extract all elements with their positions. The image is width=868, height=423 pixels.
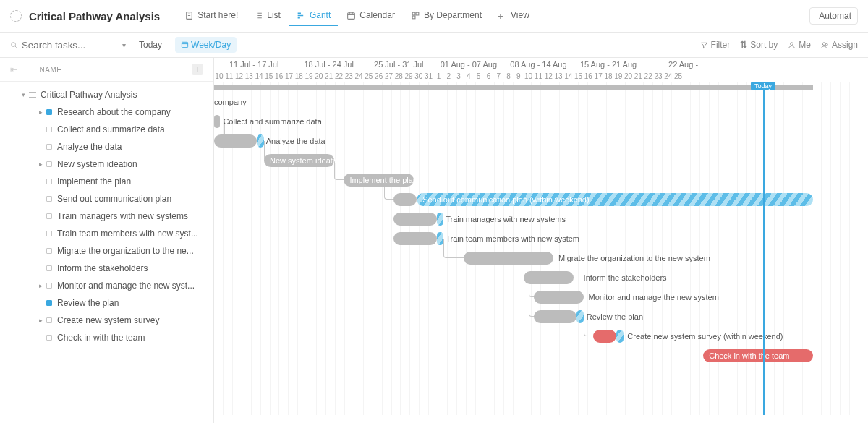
search-box[interactable]: ▾ — [10, 40, 126, 51]
gantt-bar[interactable] — [257, 134, 264, 148]
svg-point-7 — [791, 42, 793, 45]
bar-label: Review the plan — [587, 312, 643, 321]
gantt-bar[interactable]: New system ideation — [264, 154, 334, 167]
tab-gantt[interactable]: Gantt — [289, 6, 338, 26]
day-label: 19 — [304, 71, 314, 82]
automate-label: Automat — [819, 11, 851, 21]
task-row[interactable]: ▸Research about the company — [39, 103, 206, 121]
day-label: 19 — [613, 71, 624, 82]
svg-rect-1 — [348, 12, 355, 19]
task-row[interactable]: Migrate the organization to the ne... — [39, 242, 206, 260]
task-row[interactable]: Collect and summarize data — [39, 121, 206, 138]
task-row[interactable]: ▸Monitor and manage the new syst... — [39, 277, 206, 294]
gantt-bar[interactable] — [393, 213, 436, 226]
automate-button[interactable]: Automat — [809, 7, 858, 25]
chevron-down-icon[interactable]: ▾ — [122, 41, 126, 49]
day-label: 7 — [493, 71, 503, 82]
task-row[interactable]: Train managers with new systems — [39, 208, 206, 225]
task-label: Check in with the team — [57, 333, 145, 343]
me-button[interactable]: Me — [788, 40, 811, 50]
svg-rect-6 — [182, 42, 187, 47]
gantt-bar[interactable] — [524, 271, 574, 284]
gantt-bar[interactable] — [576, 310, 584, 323]
task-row[interactable]: Check in with the team — [39, 329, 206, 346]
calendar-icon — [181, 40, 189, 48]
day-label: 30 — [414, 71, 424, 82]
svg-rect-4 — [412, 16, 415, 19]
task-label: Review the plan — [57, 298, 119, 308]
filter-button[interactable]: Filter — [700, 40, 731, 50]
day-label: 9 — [514, 71, 524, 82]
day-label: 31 — [424, 71, 434, 82]
gantt-bar[interactable] — [214, 115, 220, 128]
bar-text: Implement the plan — [344, 176, 423, 184]
task-row[interactable]: Implement the plan — [39, 173, 206, 190]
task-label: Create new system survey — [57, 315, 159, 325]
gantt-bar[interactable] — [393, 193, 417, 206]
today-button[interactable]: Today — [133, 37, 168, 53]
week-label: 22 Aug - — [643, 58, 723, 71]
tab-view[interactable]: +View — [490, 6, 537, 26]
task-label: Collect and summarize data — [57, 124, 165, 134]
gantt-bar[interactable]: Check in with the team — [703, 349, 813, 362]
gantt-chart[interactable]: 11 Jul - 17 Jul18 Jul - 24 Jul25 Jul - 3… — [214, 58, 868, 423]
collapse-icon[interactable]: ⇤ — [10, 64, 18, 74]
top-bar: Critical Pathway Analysis Start here!Lis… — [0, 0, 868, 33]
gantt-bar[interactable] — [616, 330, 624, 343]
sortby-button[interactable]: ⇅Sort by — [740, 40, 778, 50]
gantt-bar[interactable]: Implement the plan — [344, 174, 414, 187]
day-label: 25 — [673, 71, 684, 82]
gantt-bar[interactable] — [593, 330, 616, 343]
tab-start-here-[interactable]: Start here! — [177, 6, 245, 26]
weekday-button[interactable]: Week/Day — [175, 37, 237, 53]
task-row[interactable]: Review the plan — [39, 294, 206, 312]
week-label: 25 Jul - 31 Jul — [364, 58, 434, 71]
day-label: 3 — [454, 71, 464, 82]
gantt-body[interactable]: TodaycompanyCollect and summarize dataAn… — [214, 82, 868, 415]
bar-text: Check in with the team — [703, 351, 795, 360]
gantt-bar[interactable] — [214, 134, 257, 148]
gantt-bar[interactable] — [437, 232, 444, 245]
day-label: 13 — [244, 71, 254, 82]
svg-rect-2 — [412, 12, 415, 15]
gantt-bar[interactable] — [534, 310, 576, 323]
status-square — [46, 179, 52, 184]
tree-root[interactable]: ▾Critical Pathway Analysis — [22, 86, 206, 103]
task-row[interactable]: Analyze the data — [39, 138, 206, 155]
gantt-bar[interactable] — [393, 232, 436, 245]
svg-point-9 — [825, 43, 827, 46]
task-label: Research about the company — [57, 107, 171, 117]
task-row[interactable]: ▸Create new system survey — [39, 312, 206, 329]
task-tree: ▾Critical Pathway Analysis▸Research abou… — [0, 82, 213, 351]
gantt-bar[interactable]: Send out communication plan (within week… — [417, 193, 813, 206]
gantt-bar[interactable] — [464, 252, 553, 265]
day-label: 15 — [574, 71, 584, 82]
gantt-bar[interactable] — [534, 291, 584, 304]
task-row[interactable]: Inform the stakeholders — [39, 260, 206, 277]
day-label: 24 — [354, 71, 364, 82]
search-input[interactable] — [22, 40, 118, 51]
day-label: 1 — [434, 71, 444, 82]
bar-text: Send out communication plan (within week… — [417, 195, 595, 204]
task-label: Send out communication plan — [57, 194, 171, 204]
status-square — [46, 300, 52, 306]
add-task-button[interactable]: + — [192, 64, 203, 75]
task-row[interactable]: Train team members with new syst... — [39, 225, 206, 242]
week-label: 18 Jul - 24 Jul — [294, 58, 364, 71]
tab-calendar[interactable]: Calendar — [339, 6, 402, 26]
status-square — [46, 144, 52, 150]
task-row[interactable]: ▸New system ideation — [39, 155, 206, 173]
main-area: ⇤ NAME + ▾Critical Pathway Analysis▸Rese… — [0, 58, 868, 423]
tab-by-department[interactable]: By Department — [404, 6, 489, 26]
tab-list[interactable]: List — [247, 6, 288, 26]
task-label: Monitor and manage the new syst... — [57, 281, 195, 291]
day-label: 16 — [274, 71, 284, 82]
task-row[interactable]: Send out communication plan — [39, 190, 206, 208]
task-label: Analyze the data — [57, 142, 122, 152]
gantt-bar[interactable] — [437, 213, 444, 226]
week-label: 15 Aug - 21 Aug — [574, 58, 644, 71]
day-label: 10 — [524, 71, 534, 82]
assign-button[interactable]: Assign — [821, 40, 858, 50]
status-square — [46, 161, 52, 167]
day-label: 13 — [553, 71, 563, 82]
